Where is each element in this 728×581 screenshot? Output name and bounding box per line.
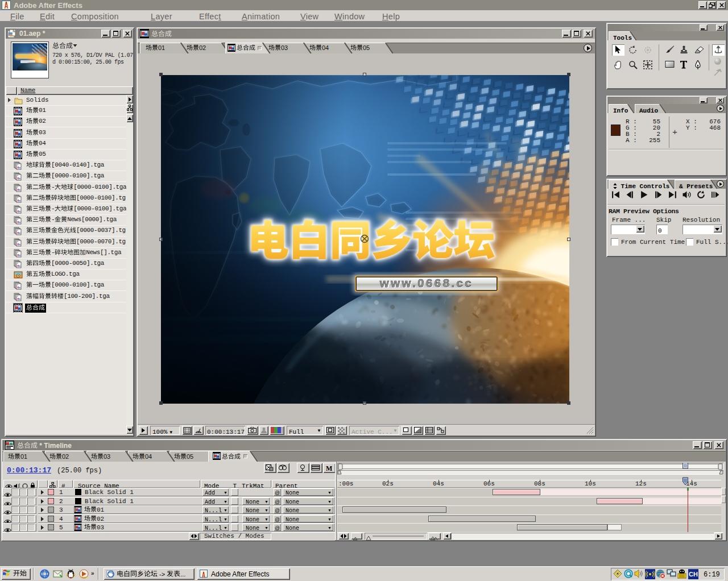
svg-text:www.0668.cc: www.0668.cc [379,276,473,289]
svg-text:CH: CH [689,571,698,578]
